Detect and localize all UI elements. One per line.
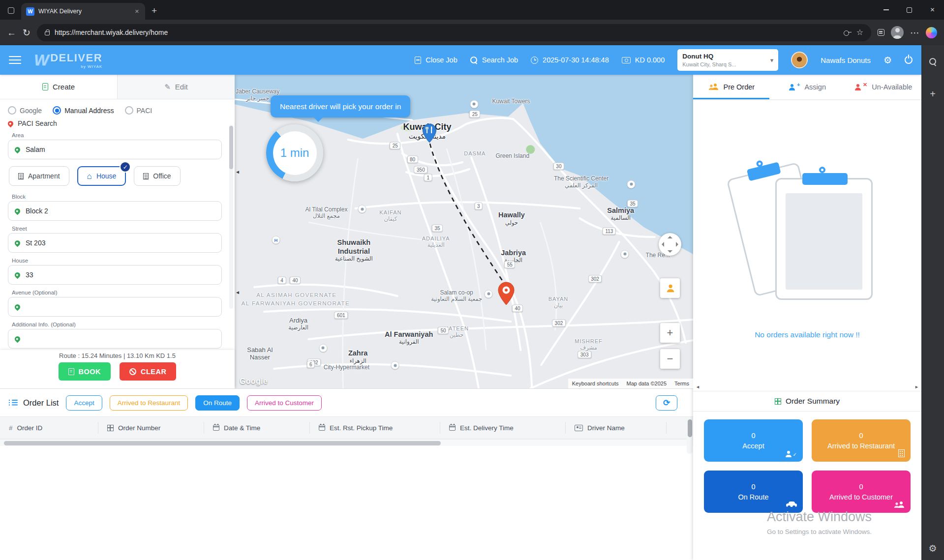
mode-google-radio[interactable]: Google (8, 106, 42, 115)
radio-selected-icon (53, 106, 61, 115)
filter-arrived-restaurant[interactable]: Arrived to Restaurant (110, 395, 188, 411)
summary-card-arrived-customer[interactable]: 0 Arrived to Customer (812, 471, 911, 513)
road-shield: 25 (390, 142, 400, 149)
form-scrollbar[interactable] (229, 125, 233, 309)
tab-pre-order[interactable]: Pre Order (693, 75, 769, 99)
map-canvas[interactable]: H Jaber Causewayجسر جابر Kuwait Towers (235, 75, 693, 388)
zoom-in-button[interactable]: + (660, 323, 680, 343)
poi-icon (621, 250, 629, 258)
mode-paci-radio[interactable]: PACI (125, 106, 152, 115)
road-shield: 35 (432, 224, 443, 232)
additional-info-input[interactable] (8, 329, 222, 349)
sidebar-add-icon[interactable] (930, 89, 936, 99)
summary-card-arrived-restaurant[interactable]: 0 Arrived to Restaurant (812, 419, 911, 462)
datetime-display: 2025-07-30 14:48:48 (531, 56, 609, 64)
browser-menu-icon[interactable] (910, 28, 919, 37)
person-check-icon (786, 451, 797, 457)
restaurant-pin-icon[interactable] (422, 123, 437, 145)
road-shield: 113 (603, 228, 616, 235)
pin-icon (7, 119, 15, 127)
tab-assign[interactable]: Assign (769, 75, 846, 99)
office-button[interactable]: Office (134, 166, 180, 186)
top-row: Create Edit Google Manual Add (0, 75, 693, 388)
cancel-circle-icon (129, 368, 136, 375)
url-text: https://merchant.wiyak.delivery/home (55, 29, 168, 36)
house-input[interactable]: 33 (8, 265, 222, 285)
refresh-button[interactable] (656, 395, 677, 411)
search-job-button[interactable]: Search Job (470, 56, 518, 64)
zoom-out-button[interactable]: − (660, 349, 680, 369)
summary-card-on-route[interactable]: 0 On Route (704, 471, 803, 513)
back-button[interactable] (7, 28, 16, 37)
reload-button[interactable] (23, 28, 30, 37)
panel-collapse-arrow[interactable] (235, 290, 240, 295)
table-vertical-scrollbar[interactable] (687, 417, 693, 454)
close-job-button[interactable]: Close Job (415, 56, 457, 64)
apartment-button[interactable]: Apartment (9, 166, 69, 186)
house-button[interactable]: House ✓ (77, 166, 126, 186)
app-logo: W DELIVER by WIYAK (34, 51, 102, 69)
block-input[interactable]: Block 2 (8, 201, 222, 221)
address-form: Google Manual Address PACI PACI Search A… (0, 99, 235, 350)
column-order-id: #Order ID (0, 422, 98, 434)
tab-edit[interactable]: Edit (117, 75, 235, 99)
destination-marker-icon[interactable] (497, 282, 515, 307)
additional-field-group: Additional Info. (Optional) (8, 322, 222, 349)
sidebar-search-icon[interactable] (929, 58, 937, 65)
clear-button[interactable]: CLEAR (120, 362, 176, 381)
paci-search-link[interactable]: PACI Search (8, 119, 222, 127)
window-controls (875, 0, 944, 20)
poi-icon (627, 180, 636, 188)
settings-gear-icon[interactable] (883, 56, 892, 65)
filter-on-route[interactable]: On Route (195, 395, 240, 411)
browser-toolbar: https://merchant.wiyak.delivery/home (0, 20, 944, 45)
panel-collapse-arrow[interactable] (235, 170, 240, 175)
browser-window: W WIYAK Delivery https://merchant.wiyak.… (0, 0, 944, 560)
supermarket-poi-icon (391, 361, 399, 370)
favorites-icon[interactable] (878, 29, 884, 36)
maximize-button[interactable] (898, 0, 921, 20)
copilot-icon[interactable] (926, 27, 937, 38)
minimize-button[interactable] (875, 0, 898, 20)
address-bar[interactable]: https://merchant.wiyak.delivery/home (37, 24, 871, 41)
new-tab-button[interactable] (152, 6, 157, 15)
close-button[interactable] (921, 0, 944, 20)
pin-icon (14, 303, 22, 311)
street-view-pegman[interactable] (660, 278, 680, 298)
book-button[interactable]: BOOK (59, 362, 111, 381)
filter-arrived-customer[interactable]: Arrived to Customer (247, 395, 322, 411)
menu-icon[interactable] (9, 56, 21, 64)
mall-poi-icon (358, 205, 366, 213)
mode-manual-radio[interactable]: Manual Address (53, 106, 114, 115)
browser-tab[interactable]: W WIYAK Delivery (21, 3, 145, 20)
sidebar-settings-icon[interactable] (928, 544, 937, 553)
tab-unavailable[interactable]: Un-Available (845, 75, 921, 99)
eta-timer-ring: 1 min (266, 124, 323, 181)
tab-create[interactable]: Create (0, 75, 117, 99)
column-driver-name: Driver Name (566, 422, 667, 434)
password-key-icon[interactable] (844, 30, 852, 35)
merchant-avatar[interactable] (791, 52, 808, 68)
browser-profile-avatar[interactable] (891, 26, 904, 39)
filter-accept[interactable]: Accept (66, 395, 102, 411)
table-horizontal-scrollbar[interactable] (0, 439, 693, 446)
bookmark-star-icon[interactable] (856, 29, 863, 36)
summary-card-accept[interactable]: 0 Accept (704, 419, 803, 462)
street-input[interactable]: St 203 (8, 233, 222, 253)
tab-actions-icon[interactable] (8, 7, 14, 14)
store-selector[interactable]: Donut HQ Kuwait City, Sharq S... (677, 49, 778, 71)
tab-close-icon[interactable] (134, 8, 140, 15)
avenue-input[interactable] (8, 297, 222, 317)
create-order-panel: Create Edit Google Manual Add (0, 75, 235, 388)
area-input[interactable]: Salam (8, 140, 222, 159)
person-add-icon (789, 84, 795, 90)
scroll-left-arrow[interactable] (696, 385, 700, 389)
cash-icon (622, 57, 631, 63)
scroll-right-arrow[interactable] (914, 385, 919, 389)
logout-power-icon[interactable] (905, 56, 913, 64)
column-order-number: Order Number (98, 422, 204, 434)
hospital-poi-icon: H (272, 236, 280, 244)
pan-control[interactable] (659, 233, 681, 256)
merchant-name: Nawafs Donuts (821, 56, 871, 64)
road-shield: 1 (424, 174, 432, 181)
